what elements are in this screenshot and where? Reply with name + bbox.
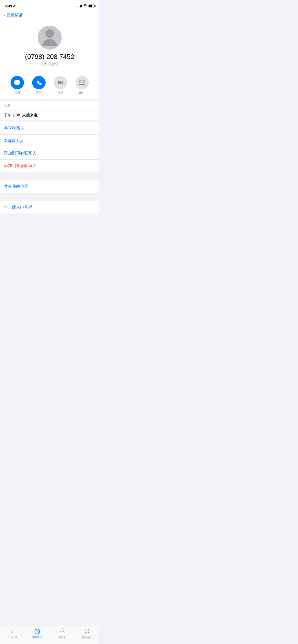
message-icon: [14, 80, 21, 86]
menu-section-1: 共享联系人 新建联系人 添加到现有联系人 添加到紧急联系人: [0, 122, 99, 172]
back-label: 最近通话: [7, 12, 23, 18]
menu-section-2: 共享我的位置: [0, 180, 99, 192]
status-time: 4:43: [5, 4, 15, 8]
back-chevron-icon: ‹: [4, 12, 6, 18]
gap-section-2: [0, 192, 99, 201]
wifi-icon: [83, 4, 87, 8]
phone-number: (0798) 208 7452: [25, 53, 74, 60]
mail-icon: [79, 80, 85, 85]
mail-label: 邮件: [79, 91, 85, 95]
phone-icon: [36, 80, 42, 86]
section-divider-1: [0, 99, 99, 100]
call-label: 呼叫: [36, 91, 42, 95]
section-divider-bottom: [0, 214, 99, 223]
add-to-emergency-button[interactable]: 添加到紧急联系人: [0, 160, 99, 172]
call-date: 昨天: [4, 104, 95, 108]
video-icon: [57, 80, 64, 85]
mail-button[interactable]: 邮件: [74, 76, 90, 95]
share-contact-button[interactable]: 共享联系人: [0, 122, 99, 135]
block-number-button[interactable]: 阻止此来电号码: [0, 201, 99, 214]
add-to-existing-button[interactable]: 添加到现有联系人: [0, 147, 99, 160]
call-button[interactable]: 呼叫: [31, 76, 47, 95]
video-button[interactable]: 视频: [52, 76, 69, 95]
back-button[interactable]: ‹ 最近通话: [4, 12, 23, 18]
call-time: 下午 1:08: [4, 113, 20, 118]
location-arrow-icon: [13, 4, 15, 8]
avatar: [38, 26, 62, 50]
contact-location: 江西 景德镇: [41, 62, 59, 66]
contact-header: (0798) 208 7452 江西 景德镇: [0, 21, 99, 74]
time-text: 4:43: [5, 4, 12, 8]
call-history: 昨天 下午 1:08 未接来电: [0, 100, 99, 120]
nav-bar: ‹ 最近通话: [0, 10, 99, 21]
svg-rect-0: [58, 81, 61, 84]
call-item: 下午 1:08 未接来电: [4, 110, 95, 120]
message-button[interactable]: 信息: [9, 76, 26, 95]
share-location-button[interactable]: 共享我的位置: [0, 180, 99, 192]
action-buttons: 信息 呼叫 视频: [0, 74, 99, 99]
battery-icon: [89, 4, 95, 8]
menu-section-3: 阻止此来电号码: [0, 201, 99, 214]
signal-bars-icon: [77, 4, 82, 8]
status-bar: 4:43: [0, 0, 99, 10]
video-label: 视频: [58, 91, 63, 95]
new-contact-button[interactable]: 新建联系人: [0, 135, 99, 147]
svg-rect-1: [79, 81, 85, 84]
message-label: 信息: [14, 91, 20, 95]
section-divider-2: [0, 120, 99, 122]
gap-section-1: [0, 172, 99, 180]
status-icons: [77, 4, 95, 8]
call-status: 未接来电: [22, 113, 37, 118]
